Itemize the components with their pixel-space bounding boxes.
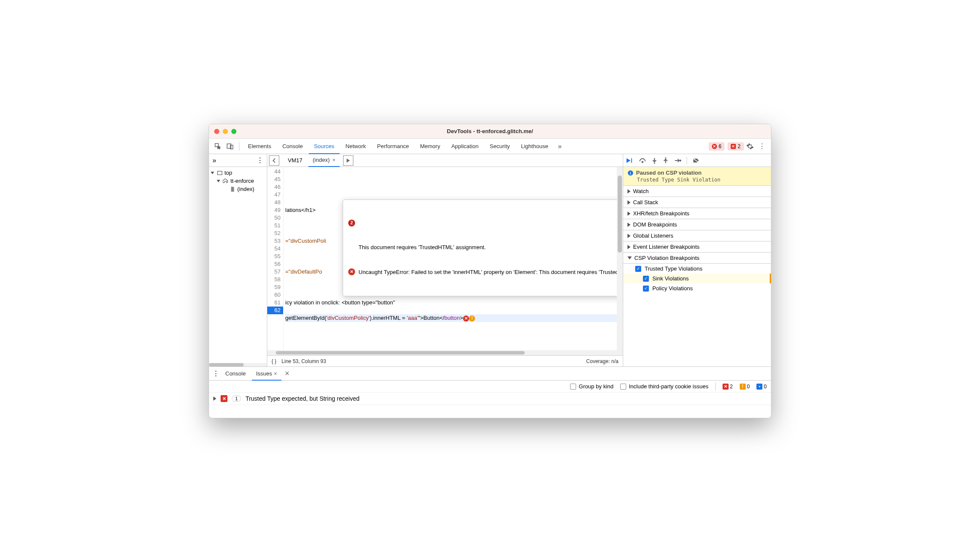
tree-top[interactable]: top xyxy=(209,169,267,177)
debugger-pane: iPaused on CSP violation Trusted Type Si… xyxy=(623,154,771,366)
kebab-menu-icon[interactable]: ⋮ xyxy=(756,141,768,152)
pretty-print-icon[interactable]: { } xyxy=(272,358,276,364)
tab-performance[interactable]: Performance xyxy=(372,139,414,154)
svg-point-7 xyxy=(665,157,666,158)
issue-severity-icon: ✕ xyxy=(221,395,227,402)
tab-application[interactable]: Application xyxy=(446,139,484,154)
pause-title: Paused on CSP violation xyxy=(636,170,702,176)
checkbox-policy[interactable]: ✓ xyxy=(643,286,649,292)
svg-point-8 xyxy=(680,160,681,161)
step-into-button[interactable] xyxy=(651,157,657,164)
section-csp[interactable]: CSP Violation Breakpoints xyxy=(623,253,771,264)
tree-origin[interactable]: tt-enforce xyxy=(209,177,267,185)
section-watch[interactable]: Watch xyxy=(623,186,771,197)
tab-memory[interactable]: Memory xyxy=(415,139,445,154)
titlebar: DevTools - tt-enforced.glitch.me/ xyxy=(209,124,771,139)
editor-vscroll[interactable] xyxy=(617,167,623,350)
section-dom[interactable]: DOM Breakpoints xyxy=(623,219,771,230)
tab-elements[interactable]: Elements xyxy=(243,139,276,154)
more-tabs-icon[interactable]: » xyxy=(554,141,565,152)
tab-lighthouse[interactable]: Lighthouse xyxy=(516,139,553,154)
editor-statusbar: { } Line 53, Column 93 Coverage: n/a xyxy=(267,355,623,366)
more-nav-icon[interactable]: » xyxy=(212,157,216,164)
tooltip-error-icon: ✕ xyxy=(348,268,355,275)
minimize-window-button[interactable] xyxy=(223,129,228,134)
tab-network[interactable]: Network xyxy=(341,139,371,154)
include-tp-checkbox[interactable]: Include third-party cookie issues xyxy=(620,383,708,390)
resume-button[interactable] xyxy=(626,157,633,164)
red-badge: ✕2 xyxy=(723,384,733,390)
nav-run-button[interactable] xyxy=(343,155,353,166)
svg-rect-4 xyxy=(631,158,632,163)
section-tt[interactable]: ✓Trusted Type Violations xyxy=(623,264,771,274)
tree-file-index[interactable]: (index) xyxy=(209,185,267,193)
step-over-button[interactable] xyxy=(639,157,646,164)
error-icon[interactable]: ✕ xyxy=(463,316,469,322)
code-line-46: lations</h1> xyxy=(285,207,316,213)
editor-pane: VM17 (index)× 44454647484950515253545556… xyxy=(267,154,623,366)
file-tab-index[interactable]: (index)× xyxy=(308,154,340,167)
settings-icon[interactable] xyxy=(744,141,756,152)
step-button[interactable] xyxy=(674,157,681,164)
tab-console[interactable]: Console xyxy=(277,139,308,154)
drawer-kebab-icon[interactable]: ⋮ xyxy=(212,369,219,378)
error-tooltip: 2 This document requires 'TrustedHTML' a… xyxy=(343,200,617,296)
expand-issue-icon[interactable] xyxy=(213,396,216,401)
file-tabstrip: VM17 (index)× xyxy=(267,154,623,167)
close-drawer-icon[interactable]: × xyxy=(285,369,290,378)
error-count-pill-1[interactable]: ✕6 xyxy=(709,143,725,150)
main-tabstrip: Elements Console Sources Network Perform… xyxy=(209,139,771,154)
checkbox-sink[interactable]: ✓ xyxy=(643,276,649,282)
maximize-window-button[interactable] xyxy=(231,129,236,134)
nav-kebab-icon[interactable]: ⋮ xyxy=(257,156,263,164)
traffic-lights xyxy=(214,129,236,134)
section-policy[interactable]: ✓Policy Violations xyxy=(623,283,771,293)
tab-security[interactable]: Security xyxy=(484,139,515,154)
navigator-hscroll[interactable] xyxy=(209,363,267,366)
close-drawer-tab-icon[interactable]: × xyxy=(274,370,277,377)
main-area: » ⋮ top tt-enforce (index) VM17 (index)× xyxy=(209,154,771,366)
section-global[interactable]: Global Listeners xyxy=(623,230,771,241)
section-callstack[interactable]: Call Stack xyxy=(623,197,771,208)
window-title: DevTools - tt-enforced.glitch.me/ xyxy=(209,128,771,134)
section-event[interactable]: Event Listener Breakpoints xyxy=(623,241,771,253)
issue-count: 1 xyxy=(232,396,241,402)
svg-rect-3 xyxy=(218,171,222,174)
code-editor[interactable]: 44454647484950515253545556575859606162 l… xyxy=(267,167,623,350)
drawer-tabstrip: ⋮ Console Issues× × xyxy=(209,367,771,381)
code-line-53: getElementById('divCustomPolicy').innerH… xyxy=(285,314,617,322)
file-tab-vm17[interactable]: VM17 xyxy=(284,154,307,167)
issue-text: Trusted Type expected, but String receiv… xyxy=(245,395,359,402)
tree-top-label: top xyxy=(224,170,232,176)
blue-badge: ▪0 xyxy=(756,384,767,390)
section-sink[interactable]: ✓Sink Violations xyxy=(623,274,771,283)
code-content[interactable]: lations</h1> ="divCustomPoli ="divDefaul… xyxy=(284,167,617,350)
code-line-50: ="divDefaultPo xyxy=(285,268,322,275)
svg-text:i: i xyxy=(630,170,631,175)
checkbox-tt[interactable]: ✓ xyxy=(635,266,641,272)
svg-point-6 xyxy=(654,162,655,164)
close-tab-icon[interactable]: × xyxy=(332,154,336,167)
warning-icon[interactable]: ! xyxy=(469,316,475,322)
drawer-tab-console[interactable]: Console xyxy=(221,367,250,381)
svg-point-5 xyxy=(642,161,643,163)
close-window-button[interactable] xyxy=(214,129,219,134)
error-count-2: 2 xyxy=(738,143,741,149)
issue-row-1[interactable]: ✕ 1 Trusted Type expected, but String re… xyxy=(209,393,771,405)
error-count-pill-2[interactable]: ✕2 xyxy=(728,143,744,150)
inspect-icon[interactable] xyxy=(212,141,224,152)
group-by-kind-checkbox[interactable]: Group by kind xyxy=(570,383,613,390)
device-toggle-icon[interactable] xyxy=(224,141,236,152)
nav-back-button[interactable] xyxy=(269,155,279,166)
error-count-1: 6 xyxy=(719,143,722,149)
editor-hscroll[interactable] xyxy=(267,350,623,355)
deactivate-breakpoints-button[interactable] xyxy=(692,157,700,164)
step-out-button[interactable] xyxy=(663,157,669,164)
tooltip-msg-1: This document requires 'TrustedHTML' ass… xyxy=(359,244,486,251)
code-line-48: ="divCustomPoli xyxy=(285,238,326,244)
navigator-toolbar: » ⋮ xyxy=(209,154,267,167)
drawer-tab-issues[interactable]: Issues× xyxy=(252,367,281,381)
section-xhr[interactable]: XHR/fetch Breakpoints xyxy=(623,208,771,219)
file-tree: top tt-enforce (index) xyxy=(209,167,267,363)
tab-sources[interactable]: Sources xyxy=(309,139,340,154)
